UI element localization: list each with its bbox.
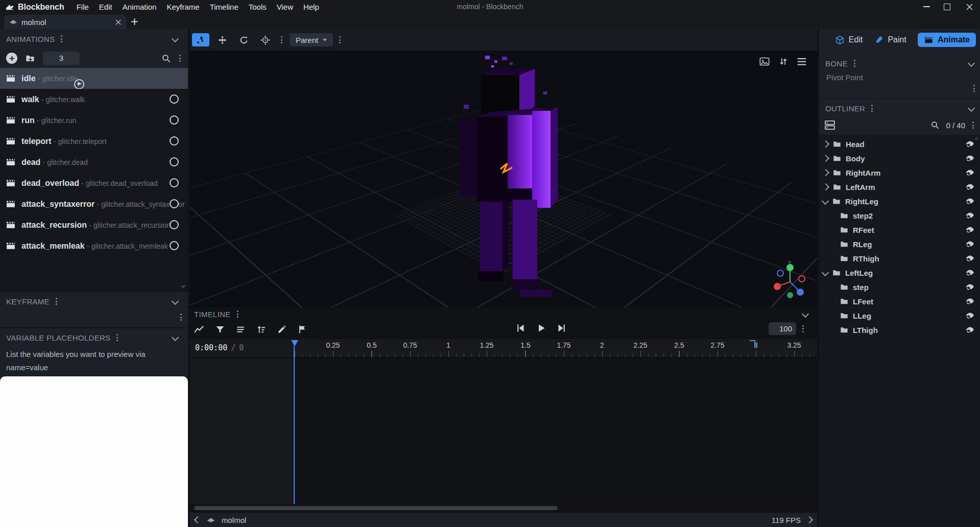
menu-view[interactable]: View [272,0,298,14]
minimize-button[interactable] [923,6,930,7]
pencil-icon[interactable] [277,325,286,334]
visibility-eye-icon[interactable] [965,311,975,320]
menu-file[interactable]: File [71,0,94,14]
animation-row-attack-syntaxerror[interactable]: attack_syntaxerror - glitcher.attack_syn… [0,194,188,214]
close-window-button[interactable] [966,4,973,10]
rows-icon[interactable] [236,325,245,333]
viewport-menu-icon[interactable] [797,57,807,66]
filter-channels-icon[interactable] [216,325,225,334]
graph-editor-icon[interactable] [194,325,204,334]
collapse-icon[interactable] [822,198,829,205]
play-animation-button[interactable] [74,79,84,89]
animation-row-dead-overload[interactable]: dead_overload - glitcher.dead_overload [0,173,188,194]
menu-timeline[interactable]: Timeline [205,0,244,14]
mode-animate-button[interactable]: Animate [918,33,976,47]
screenshot-icon[interactable] [759,57,770,66]
pivot-tool-button[interactable] [256,33,274,46]
expand-icon[interactable] [822,140,829,148]
playback-speed-input[interactable]: 100 [769,322,796,335]
status-prev-icon[interactable] [194,516,201,523]
play-button[interactable] [536,323,546,333]
keyframe-options-icon[interactable] [179,313,183,322]
bone-options-icon[interactable] [972,84,976,93]
timeline-body[interactable] [190,358,817,504]
collapse-keyframe-icon[interactable] [172,298,179,305]
visibility-eye-icon[interactable] [965,211,975,220]
status-next-icon[interactable] [806,516,813,523]
animations-menu-icon[interactable] [60,34,63,43]
collapse-animations-icon[interactable] [172,35,179,42]
move-tool-button[interactable] [192,33,209,46]
visibility-eye-icon[interactable] [965,268,975,277]
menu-animation[interactable]: Animation [117,0,162,14]
outliner-node-rightleg[interactable]: RightLeg [819,194,980,208]
animation-snap-input[interactable]: 3 [43,52,80,65]
ruler-ticks[interactable]: 0.25 0.5 0.75 1 1.25 1.5 1.75 2 2.25 2.5… [292,339,819,357]
collapse-icon[interactable] [822,269,829,276]
visibility-eye-icon[interactable] [965,168,975,177]
animation-row-teleport[interactable]: teleport - glitcher.teleport [0,131,188,152]
outliner-node-rleg[interactable]: RLeg [819,237,980,251]
outliner-toggles-icon[interactable] [824,120,835,130]
outliner-node-rfeet[interactable]: RFeet [819,223,980,237]
select-animation-radio[interactable] [170,94,179,104]
outliner-panel-header[interactable]: OUTLINER [819,98,980,117]
animation-end-marker[interactable] [750,340,755,347]
timeline-hscrollbar[interactable] [190,506,817,511]
animation-row-attack-recursion[interactable]: attack_recursion - glitcher.attack_recur… [0,214,188,235]
tools-menu-icon[interactable] [280,35,283,44]
menu-help[interactable]: Help [298,0,324,14]
animation-row-idle[interactable]: idle - glitcher.idle [0,68,188,89]
collapse-timeline-icon[interactable] [802,310,809,318]
select-animation-radio[interactable] [170,199,179,208]
visibility-eye-icon[interactable] [965,282,975,291]
collapse-bone-icon[interactable] [968,60,975,67]
visibility-eye-icon[interactable] [965,182,975,191]
outliner-menu-icon[interactable] [870,104,874,113]
viewport-3d[interactable]: Y [190,51,817,307]
bone-panel-header[interactable]: BONE [819,55,980,72]
animation-row-attack-memleak[interactable]: attack_memleak - glitcher.attack_memleak [0,235,188,256]
bone-menu-icon[interactable] [853,59,856,68]
rotate-tool-button[interactable] [235,33,252,46]
maximize-button[interactable] [944,4,950,10]
menu-edit[interactable]: Edit [94,0,117,14]
outliner-node-body[interactable]: Body [819,151,980,165]
select-animation-radio[interactable] [170,220,179,229]
select-animation-radio[interactable] [170,157,179,166]
animation-row-dead[interactable]: dead - glitcher.dead [0,152,188,173]
outliner-node-head[interactable]: Head [819,137,980,151]
visibility-eye-icon[interactable] [965,139,975,148]
mode-paint-button[interactable]: Paint [874,35,906,45]
search-outliner-icon[interactable] [930,121,940,130]
expand-icon[interactable] [822,155,829,162]
outliner-node-lthigh[interactable]: LThigh [819,323,980,337]
collapse-variables-icon[interactable] [172,334,179,341]
close-tab-icon[interactable] [115,19,121,25]
sort-bones-icon[interactable] [256,325,266,334]
toolbar-menu-icon[interactable] [338,35,342,44]
outliner-node-leftleg[interactable]: LeftLeg [819,266,980,280]
menu-keyframe[interactable]: Keyframe [161,0,204,14]
select-animation-radio[interactable] [170,115,179,125]
outliner-node-lleg[interactable]: LLeg [819,308,980,323]
collapse-outliner-icon[interactable] [968,105,975,112]
hscrollbar-thumb[interactable] [194,506,558,510]
visibility-eye-icon[interactable] [965,197,975,205]
visibility-eye-icon[interactable] [965,239,975,248]
search-animations-icon[interactable] [161,54,171,63]
keyframe-menu-icon[interactable] [55,297,58,306]
expand-icon[interactable] [822,169,829,176]
new-tab-button[interactable] [131,18,138,26]
outliner-node-rightarm[interactable]: RightArm [819,165,980,180]
jump-to-end-button[interactable] [557,323,567,333]
sort-view-icon[interactable] [778,57,788,66]
outliner-options-icon[interactable] [971,121,975,130]
add-animation-folder-button[interactable] [25,54,36,63]
outliner-node-step2[interactable]: step2 [819,208,980,223]
animation-row-run[interactable]: run - glitcher.run [0,110,188,131]
animations-panel-header[interactable]: ANIMATIONS [0,29,188,49]
playhead-handle[interactable] [291,340,298,346]
outliner-node-step[interactable]: step [819,280,980,294]
outliner-node-leftarm[interactable]: LeftArm [819,180,980,194]
